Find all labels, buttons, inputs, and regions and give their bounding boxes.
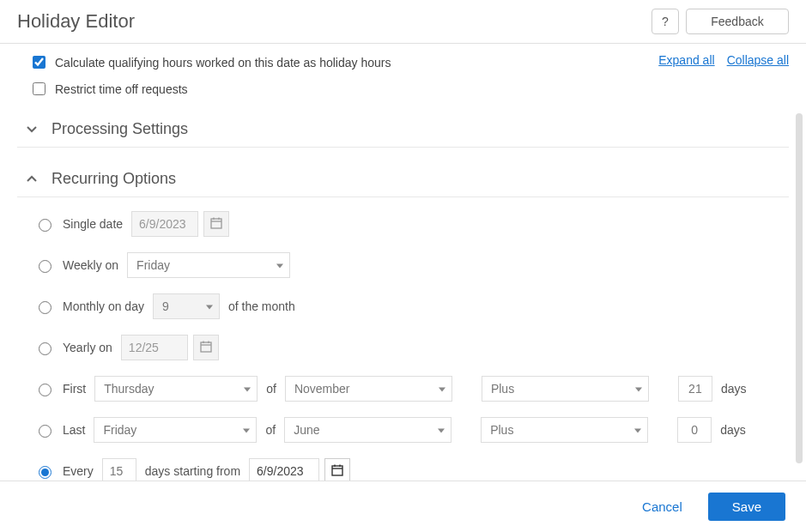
monthly-row: Monthly on day 9 of the month [34, 293, 789, 319]
last-days-input[interactable] [677, 417, 712, 443]
weekly-label: Weekly on [63, 258, 118, 272]
expand-all-link[interactable]: Expand all [658, 53, 714, 67]
weekly-day-select[interactable]: Friday [127, 252, 290, 278]
last-dow-select[interactable]: Friday [94, 417, 257, 443]
first-of: of [266, 382, 276, 396]
recurring-title: Recurring Options [52, 170, 176, 188]
last-of: of [265, 423, 276, 437]
first-month-select[interactable]: November [285, 376, 452, 402]
yearly-row: Yearly on [34, 335, 789, 360]
cancel-button[interactable]: Cancel [637, 499, 688, 515]
every-radio[interactable] [39, 466, 52, 479]
recurring-section: Recurring Options Single date Weekly on [17, 163, 789, 481]
recurring-body: Single date Weekly on Friday [17, 197, 789, 481]
svg-rect-8 [332, 466, 342, 475]
restrict-label: Restrict time off requests [55, 82, 188, 96]
first-radio[interactable] [39, 384, 52, 396]
page-title: Holiday Editor [17, 10, 135, 33]
processing-title: Processing Settings [52, 120, 188, 138]
monthly-label: Monthly on day [63, 299, 144, 313]
feedback-button[interactable]: Feedback [686, 9, 789, 34]
first-plus-select[interactable]: Plus [482, 376, 649, 402]
save-button[interactable]: Save [708, 493, 785, 521]
yearly-radio[interactable] [39, 342, 52, 355]
last-radio[interactable] [39, 425, 52, 438]
top-row: Calculate qualifying hours worked on thi… [17, 41, 789, 98]
expand-collapse-links: Expand all Collapse all [658, 53, 789, 67]
first-row: First Thursday of November Plus days [34, 376, 789, 402]
calc-hours-checkbox[interactable] [33, 56, 45, 69]
first-plus-wrap: Plus [482, 376, 649, 402]
header-actions: ? Feedback [651, 9, 789, 34]
last-days-label: days [720, 423, 746, 437]
restrict-row: Restrict time off requests [29, 80, 391, 98]
yearly-label: Yearly on [63, 341, 112, 354]
processing-header[interactable]: Processing Settings [17, 113, 789, 148]
first-days-label: days [721, 382, 747, 396]
svg-rect-0 [211, 219, 221, 228]
monthly-day-select[interactable]: 9 [153, 293, 220, 319]
last-label: Last [63, 423, 85, 437]
chevron-down-icon [24, 122, 39, 137]
every-row: Every days starting from [34, 458, 789, 481]
checkbox-group: Calculate qualifying hours worked on thi… [29, 53, 391, 98]
single-date-row: Single date [34, 211, 789, 237]
calendar-icon [199, 340, 213, 356]
last-plus-wrap: Plus [481, 417, 648, 443]
yearly-date-input[interactable] [121, 335, 188, 360]
single-date-label: Single date [63, 217, 123, 231]
weekly-row: Weekly on Friday [34, 252, 789, 278]
monthly-day-wrap: 9 [153, 293, 220, 319]
single-date-calendar-button[interactable] [203, 211, 229, 237]
weekly-select-wrap: Friday [127, 252, 290, 278]
content-area: Calculate qualifying hours worked on thi… [0, 41, 806, 481]
first-dow-wrap: Thursday [94, 376, 258, 402]
last-month-select[interactable]: June [284, 417, 451, 443]
recurring-header[interactable]: Recurring Options [17, 163, 789, 197]
first-label: First [63, 382, 86, 396]
last-month-wrap: June [284, 417, 451, 443]
monthly-radio[interactable] [39, 301, 52, 314]
restrict-checkbox[interactable] [33, 82, 45, 95]
footer: Cancel Save [0, 481, 806, 532]
svg-rect-4 [201, 342, 211, 352]
every-date-input[interactable] [249, 458, 319, 481]
every-mid: days starting from [145, 464, 240, 478]
first-dow-select[interactable]: Thursday [94, 376, 258, 402]
weekly-radio[interactable] [39, 260, 52, 273]
every-n-input[interactable] [102, 458, 136, 481]
first-days-input[interactable] [678, 376, 712, 402]
last-row: Last Friday of June Plus days [34, 417, 789, 443]
last-dow-wrap: Friday [94, 417, 257, 443]
every-calendar-button[interactable] [324, 458, 350, 481]
calc-hours-label: Calculate qualifying hours worked on thi… [55, 56, 391, 70]
last-plus-select[interactable]: Plus [481, 417, 648, 443]
single-date-radio[interactable] [39, 219, 52, 232]
first-month-wrap: November [285, 376, 452, 402]
yearly-calendar-button[interactable] [193, 335, 219, 360]
monthly-suffix: of the month [228, 299, 295, 313]
processing-section: Processing Settings [17, 113, 789, 148]
header: Holiday Editor ? Feedback [0, 0, 806, 44]
calendar-icon [209, 216, 223, 233]
calendar-icon [330, 463, 344, 480]
collapse-all-link[interactable]: Collapse all [727, 53, 789, 67]
every-label: Every [63, 464, 94, 478]
scrollbar[interactable] [796, 113, 803, 463]
single-date-input[interactable] [131, 211, 198, 237]
chevron-up-icon [24, 172, 39, 187]
calc-hours-row: Calculate qualifying hours worked on thi… [29, 53, 391, 71]
help-button[interactable]: ? [651, 9, 679, 34]
